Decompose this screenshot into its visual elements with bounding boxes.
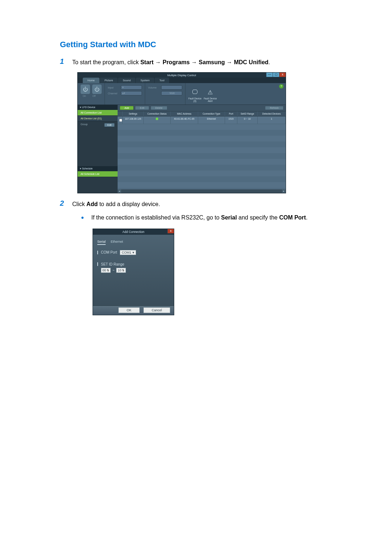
sidebar-all-schedule[interactable]: All Schedule List (78, 171, 118, 177)
input-select[interactable]: ▾ (121, 85, 142, 90)
kw-serial: Serial (221, 214, 237, 221)
chevron-down-icon: ▾ (132, 251, 134, 254)
refresh-button[interactable]: Refresh (265, 106, 283, 110)
add-connection-dialog: Add Connection x Serial Ethernet COM Por… (93, 229, 174, 315)
tab-home[interactable]: Home (83, 78, 99, 83)
kw-add: Add (86, 201, 98, 207)
tab-sound[interactable]: Sound (118, 78, 135, 83)
comport-select[interactable]: COM1▾ (120, 250, 136, 255)
comport-label: COM Port (101, 250, 117, 254)
kw-mdc-unified: MDC Unified (234, 59, 268, 65)
kw-start: Start (140, 59, 154, 65)
setid-to-value: 10 (118, 268, 121, 272)
cell-port: 1515 (225, 116, 237, 124)
comport-value: COM1 (122, 251, 131, 254)
th-settings[interactable]: Settings (123, 111, 144, 116)
cell-range: 0 ~ 10 (237, 116, 258, 124)
sidebar-schedule-header[interactable]: ▾ Schedule (78, 166, 118, 171)
edit-button[interactable]: Edit (135, 106, 149, 110)
kw-comport: COM Port (279, 214, 306, 221)
sidebar-lfd-header[interactable]: ▾ LFD Device (78, 105, 118, 110)
group-label: Group (81, 123, 87, 127)
setid-to-stepper[interactable]: 10⇅ (116, 268, 126, 273)
arrow: → (154, 59, 163, 65)
step-1: 1 To start the program, click Start → Pr… (60, 57, 334, 67)
tab-serial[interactable]: Serial (97, 240, 106, 245)
scroll-left-icon[interactable]: ◂ (118, 189, 121, 193)
step-2-bullet: ● If the connection is established via R… (60, 213, 334, 222)
th-detected[interactable]: Detected Devices (258, 111, 286, 116)
tab-system[interactable]: System (136, 78, 154, 83)
power-off-button[interactable]: ⏻ (92, 85, 102, 94)
th-checkbox[interactable] (118, 111, 123, 116)
bullet-icon: ● (81, 213, 84, 222)
volume-label: Volume (148, 86, 160, 89)
channel-label: Channel (108, 92, 119, 95)
step-number: 2 (60, 199, 66, 209)
bullet-mid: and specify the (237, 214, 279, 221)
status-dot-icon (156, 118, 158, 120)
dialog-titlebar: Add Connection x (93, 229, 174, 235)
fault-alert-icon[interactable]: ⚠ (205, 88, 215, 97)
device-toolbar: Add Edit Delete Refresh (118, 105, 286, 111)
cell-detected: 1 (258, 116, 286, 124)
th-conntype[interactable]: Connection Type (198, 111, 225, 116)
horizontal-scrollbar[interactable]: ◂ ▸ (118, 189, 286, 193)
channel-stepper[interactable]: ▴▾ (121, 91, 142, 95)
tab-tool[interactable]: Tool (155, 78, 169, 83)
table-empty-area (118, 124, 286, 189)
stepper-arrows-icon: ⇅ (107, 269, 109, 272)
add-button[interactable]: Add (120, 106, 134, 110)
step-text: Click Add to add a display device. (72, 199, 334, 209)
close-button[interactable]: x (279, 73, 286, 77)
kw-samsung: Samsung (199, 59, 225, 65)
device-table-header: Settings Connection Status MAC Address C… (118, 111, 286, 116)
window-title: Multiple Display Control (167, 74, 196, 77)
tab-ethernet[interactable]: Ethernet (111, 240, 123, 245)
th-setid[interactable]: SetID Range (237, 111, 258, 116)
volume-field[interactable] (161, 85, 182, 90)
table-row[interactable]: 107.108.89.126 40-61-86-4E-FC-65 Etherne… (118, 116, 286, 124)
arrow: → (190, 59, 199, 65)
th-connstatus[interactable]: Connection Status (144, 111, 171, 116)
bullet-post: . (306, 214, 307, 221)
sidebar-all-connection[interactable]: All Connection List (78, 110, 118, 116)
step2-post: to add a display device. (98, 201, 160, 207)
scroll-right-icon[interactable]: ▸ (282, 189, 286, 193)
step1-pre: To start the program, click (72, 59, 140, 65)
delete-button[interactable]: Delete (151, 106, 167, 110)
field-marker-icon (97, 262, 98, 266)
setid-label: SET ID Range (101, 262, 124, 266)
row-checkbox[interactable] (119, 119, 122, 122)
step-2: 2 Click Add to add a display device. (60, 199, 334, 209)
fault-device-label: Fault Device (0) (188, 97, 201, 102)
mute-button[interactable]: Mute (161, 91, 182, 95)
power-on-button[interactable]: ⏻ (81, 85, 90, 94)
cancel-button[interactable]: Cancel (143, 307, 170, 313)
th-mac[interactable]: MAC Address (171, 111, 198, 116)
section-heading: Getting Started with MDC (60, 40, 334, 49)
sidebar-group-row: Group Edit (78, 122, 118, 128)
ok-button[interactable]: OK (118, 307, 140, 313)
maximize-button[interactable]: ◻ (273, 73, 279, 77)
minimize-button[interactable]: — (266, 73, 273, 77)
schedule-label: Schedule (82, 167, 93, 170)
th-port[interactable]: Port (225, 111, 237, 116)
main-pane: Add Edit Delete Refresh Settings Connect… (118, 105, 286, 193)
dialog-close-button[interactable]: x (167, 229, 174, 233)
ribbon-tabs: Home Picture Sound System Tool (78, 78, 286, 83)
input-label: Input (108, 86, 119, 89)
sidebar-all-device[interactable]: All Device List (01) (78, 116, 118, 122)
field-marker-icon (97, 251, 98, 254)
group-edit-button[interactable]: Edit (104, 123, 115, 127)
fault-alert-label: Fault Device Alert (204, 97, 217, 102)
step-text: To start the program, click Start → Prog… (72, 57, 334, 67)
setid-from-stepper[interactable]: 00⇅ (101, 268, 111, 273)
kw-programs: Programs (163, 59, 190, 65)
power-on-label: On (83, 95, 86, 97)
setid-from-value: 00 (102, 268, 106, 272)
tab-picture[interactable]: Picture (100, 78, 118, 83)
help-icon[interactable]: ? (279, 84, 283, 89)
step1-post: . (269, 59, 270, 65)
fault-device-icon[interactable]: 🖵 (190, 88, 200, 97)
